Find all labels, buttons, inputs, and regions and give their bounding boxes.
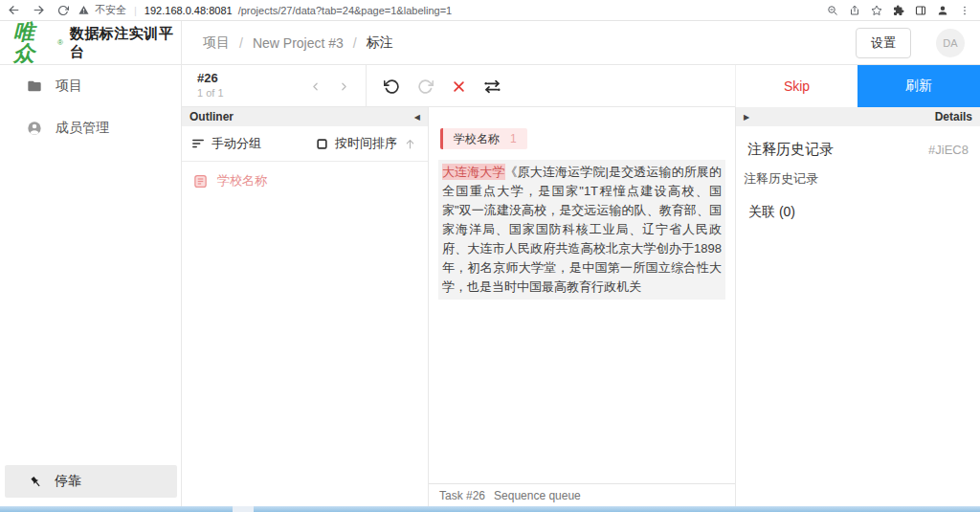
history-title: 注释历史记录	[747, 141, 834, 159]
history-subtitle: 注释历史记录	[736, 159, 980, 188]
refresh-button[interactable]: 刷新	[858, 65, 980, 107]
profile-icon[interactable]	[937, 5, 948, 16]
breadcrumb-projects[interactable]: 项目	[203, 34, 230, 52]
annotation-content-panel: 学校名称 1 大连海大学《原大连海运学院|是交透运输的所展的全国重点大学，是国家…	[429, 107, 735, 506]
region-doc-icon	[193, 174, 208, 189]
security-label: 不安全	[95, 3, 126, 17]
address-bar[interactable]: 不安全 | 192.168.0.48:8081/projects/27/data…	[78, 3, 827, 17]
address-separator: |	[132, 5, 139, 16]
details-panel: ▶ Details 注释历史记录 #JiEC8 注释历史记录 关联 (0)	[735, 107, 980, 506]
time-sort-icon	[316, 138, 328, 150]
extensions-icon[interactable]	[893, 5, 904, 16]
details-expand-icon[interactable]: ▶	[744, 113, 749, 122]
app-header: 唯众® 数据标注实训平台 项目 / New Project #3 / 标注 设置…	[0, 21, 980, 65]
sidebar: 项目 成员管理 停靠	[0, 65, 182, 506]
url-path: /projects/27/data?tab=24&page=1&labeling…	[238, 5, 453, 16]
highlighted-entity-span[interactable]: 大连海大学	[442, 164, 505, 180]
browser-forward-icon[interactable]	[33, 4, 45, 16]
manual-group-control[interactable]: 手动分组	[191, 135, 261, 152]
browser-menu-icon[interactable]	[959, 5, 970, 16]
taskbar-strip	[0, 506, 980, 512]
breadcrumb-project-name[interactable]: New Project #3	[253, 35, 344, 51]
footer-task-ref: Task #26	[439, 489, 485, 502]
breadcrumb-separator: /	[239, 35, 243, 51]
skip-button[interactable]: Skip	[735, 65, 858, 107]
history-id: #JiEC8	[928, 143, 969, 157]
task-position: 1 of 1	[197, 87, 224, 99]
region-label: 学校名称	[217, 172, 267, 189]
task-nav-section: #26 1 of 1	[182, 65, 367, 107]
dock-button[interactable]: 停靠	[5, 465, 177, 498]
undo-icon[interactable]	[381, 76, 402, 97]
members-icon	[27, 121, 42, 136]
sort-ascending-icon[interactable]	[404, 138, 416, 150]
footer-queue-label: Sequence queue	[494, 489, 581, 502]
breadcrumb-current: 标注	[367, 34, 393, 52]
outliner-collapse-icon[interactable]: ◀	[414, 113, 420, 122]
logo-text: 唯众	[13, 22, 56, 64]
bookmark-star-icon[interactable]	[871, 5, 882, 16]
region-list-item[interactable]: 学校名称	[182, 162, 428, 200]
group-lines-icon	[191, 137, 205, 150]
relations-section[interactable]: 关联 (0)	[736, 188, 980, 221]
swap-view-icon[interactable]	[481, 76, 502, 97]
time-sort-control[interactable]: 按时间排序	[316, 135, 416, 152]
taskbar-app-icon	[233, 506, 254, 512]
redo-icon[interactable]	[414, 76, 435, 97]
prev-task-icon[interactable]	[309, 80, 322, 93]
reset-annotation-icon[interactable]	[448, 76, 469, 97]
annotation-history-row: 注释历史记录 #JiEC8	[736, 126, 980, 159]
time-sort-label: 按时间排序	[335, 135, 397, 152]
annotation-text: 大连海大学《原大连海运学院|是交透运输的所展的全国重点大学，是国家"1T程憧点建…	[438, 160, 725, 300]
sidebar-item-label: 成员管理	[56, 120, 109, 137]
task-id: #26	[197, 71, 224, 85]
warning-triangle-icon	[78, 5, 89, 15]
side-panel-icon[interactable]	[915, 5, 926, 16]
outliner-title: Outliner	[189, 110, 234, 123]
browser-chrome: 不安全 | 192.168.0.48:8081/projects/27/data…	[0, 0, 980, 21]
entity-tag-count: 1	[510, 132, 517, 145]
pin-icon	[29, 475, 43, 489]
avatar[interactable]: DA	[936, 29, 965, 57]
entity-tag-label: 学校名称	[454, 131, 500, 147]
manual-group-label: 手动分组	[212, 135, 261, 152]
sidebar-item-members[interactable]: 成员管理	[0, 107, 181, 149]
sidebar-item-label: 项目	[56, 78, 82, 95]
breadcrumb: 项目 / New Project #3 / 标注	[203, 34, 393, 52]
share-icon[interactable]	[849, 5, 860, 16]
task-footer: Task #26 Sequence queue	[429, 483, 735, 506]
folder-icon	[27, 78, 42, 94]
next-task-icon[interactable]	[338, 80, 350, 93]
outliner-panel: Outliner ◀ 手动分组 按时间排序 学校名称	[182, 107, 429, 506]
url-domain: 192.168.0.48:8081	[145, 5, 233, 16]
breadcrumb-separator: /	[353, 35, 357, 51]
app-title: 数据标注实训平台	[70, 25, 181, 61]
browser-back-icon[interactable]	[8, 4, 20, 16]
annotation-toolbar: #26 1 of 1 Skip 刷新	[182, 65, 980, 107]
details-title: Details	[935, 110, 972, 123]
app-logo: 唯众® 数据标注实训平台	[0, 21, 182, 64]
sidebar-item-projects[interactable]: 项目	[0, 65, 181, 107]
task-info: #26 1 of 1	[197, 71, 224, 99]
browser-reload-icon[interactable]	[57, 5, 69, 16]
logo-registered-mark: ®	[57, 38, 63, 47]
settings-button[interactable]: 设置	[856, 28, 911, 58]
zoom-icon[interactable]	[827, 5, 838, 16]
entity-tag[interactable]: 学校名称 1	[440, 128, 527, 149]
dock-label: 停靠	[55, 473, 81, 490]
paragraph-text: 《原大连海运学院|是交透运输的所展的全国重点大学，是国家"1T程憧点建设高校、国…	[442, 165, 722, 294]
